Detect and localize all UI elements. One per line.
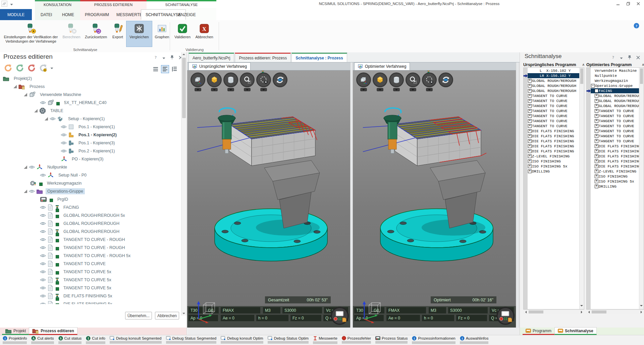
tree-item[interactable]: Setup - Kopieren(1) <box>0 115 181 123</box>
view-option-dropdown[interactable] <box>410 88 416 91</box>
nc-program-row[interactable]: +Z-LEVEL FINISHING <box>528 154 579 159</box>
ribbon-tab-datei[interactable]: DATEI <box>36 9 56 20</box>
apply-button[interactable]: Übernehm... <box>125 312 152 319</box>
expand-plus-icon[interactable]: + <box>595 164 598 168</box>
eye-icon[interactable] <box>40 173 46 177</box>
tree-item[interactable]: TABLE <box>0 107 181 115</box>
collapse-chevron-icon[interactable]: ᴧ <box>582 63 584 66</box>
context-tab-prozess-editieren[interactable]: PROZESS EDITIEREN <box>80 0 147 8</box>
nc-program-row[interactable]: +GLOBAL ROUGH/REROUGH <box>528 83 579 88</box>
eye-icon[interactable] <box>29 189 35 193</box>
layout-group-button[interactable] <box>161 65 169 73</box>
tree-item[interactable]: Setup Null - P0 <box>0 171 181 179</box>
tree-item[interactable]: TANGENT TO CURVE <box>0 260 181 268</box>
expander-icon[interactable] <box>23 93 28 97</box>
reload-green-button[interactable] <box>15 64 24 72</box>
nc-program-row[interactable]: +DRILLING <box>528 169 579 174</box>
expand-plus-icon[interactable]: + <box>528 139 532 143</box>
ribbon-tab-programm[interactable]: PROGRAMM <box>80 9 113 20</box>
tree-item[interactable]: Pos.1 - Kopieren(1) <box>0 123 181 131</box>
expand-plus-icon[interactable]: + <box>595 149 598 153</box>
tree-scrollbar[interactable] <box>181 52 186 315</box>
tree-item[interactable]: 5X_TT_HERMLE_C40 <box>0 99 181 107</box>
nc-program-row[interactable]: +TANGENT TO CURVE <box>591 113 639 118</box>
expand-plus-icon[interactable]: + <box>595 159 598 163</box>
view-option-dropdown[interactable] <box>244 88 251 91</box>
expand-plus-icon[interactable]: + <box>528 149 532 153</box>
tree-item[interactable]: DIE FLATS FINISHING 5x <box>0 292 181 300</box>
nc-program-row[interactable]: +DIE FLATS FINISHING <box>591 149 639 154</box>
zoom-button[interactable] <box>406 72 420 87</box>
expand-plus-icon[interactable]: + <box>528 119 532 123</box>
expand-plus-icon[interactable]: + <box>595 119 598 123</box>
list-horizontal-scrollbar[interactable] <box>586 309 644 314</box>
expand-plus-icon[interactable]: + <box>528 99 532 103</box>
expand-plus-icon[interactable]: + <box>595 139 598 143</box>
expand-plus-icon[interactable]: + <box>595 169 598 173</box>
expand-plus-icon[interactable]: + <box>595 99 598 103</box>
view-cylinder-button[interactable] <box>223 72 238 87</box>
nc-program-row[interactable]: +TANGENT TO CURVE <box>528 98 579 103</box>
app-logo-icon[interactable] <box>1 1 7 8</box>
nc-program-row[interactable]: +TANGENT TO CURVE <box>591 134 639 139</box>
eye-icon[interactable] <box>40 286 46 290</box>
tree-item[interactable]: Nullpunkte <box>0 163 181 171</box>
tree-item[interactable]: PrgID <box>0 195 181 203</box>
expand-plus-icon[interactable]: + <box>528 79 532 83</box>
list-vertical-scrollbar[interactable] <box>579 68 584 309</box>
expand-plus-icon[interactable]: + <box>595 144 598 148</box>
reload-red-button[interactable] <box>27 64 36 72</box>
ribbon-tab-anzeige[interactable]: ANZEIGE <box>174 9 200 20</box>
expand-plus-icon[interactable]: + <box>595 180 598 183</box>
panel-menu-button[interactable] <box>620 56 623 60</box>
nc-program-row[interactable]: +TANGENT TO CURVE <box>528 93 579 98</box>
nc-program-row[interactable]: +TANGENT TO CURVE <box>528 118 579 124</box>
bottom-tab-projekt[interactable]: Projekt <box>2 328 29 335</box>
help-icon[interactable]: ? <box>634 23 639 30</box>
expand-plus-icon[interactable]: + <box>595 124 598 128</box>
tree-item[interactable]: GLOBAL ROUGH/REROUGH <box>0 228 181 236</box>
tree-item[interactable]: DIE FLATS FINISHING 5x <box>0 300 181 304</box>
refresh-button[interactable] <box>273 72 287 87</box>
document-tab[interactable]: Schnittanalyse : Prozess <box>291 53 347 62</box>
status-item-debug-status-optim[interactable]: Debug Status Optim <box>268 336 309 345</box>
expand-plus-icon[interactable]: + <box>528 129 532 133</box>
nc-program-row[interactable]: +DIE FLATS FINISHING <box>528 139 579 144</box>
panel-pin-button[interactable] <box>628 55 632 61</box>
nc-program-row[interactable]: +GLOBAL ROUGH/REROUGH <box>591 93 639 98</box>
tree-item[interactable]: TANGENT TO CURVE 5x <box>0 268 181 276</box>
refresh-button[interactable] <box>438 72 453 87</box>
expand-plus-icon[interactable]: + <box>528 114 532 118</box>
nc-program-row[interactable]: +GLOBAL ROUGH/REROUGH <box>528 78 579 83</box>
expander-icon[interactable] <box>13 85 17 89</box>
tree-item[interactable]: GLOBAL ROUGH/REROUGH 5x <box>0 211 181 219</box>
expand-plus-icon[interactable]: + <box>528 159 532 163</box>
tree-item[interactable]: TANGENT TO CURVE - ROUGH 5x <box>0 252 181 260</box>
ribbon-button-graphen[interactable]: Graphen <box>152 21 172 47</box>
expand-plus-icon[interactable]: + <box>595 154 598 158</box>
scrollbar-thumb[interactable] <box>182 58 186 118</box>
expand-plus-icon[interactable]: + <box>595 104 598 108</box>
panel-menu-button[interactable] <box>162 56 165 60</box>
layout-list-button[interactable] <box>152 65 160 73</box>
nc-program-row[interactable]: +TANGENT TO CURVE <box>591 118 639 124</box>
expand-plus-icon[interactable]: + <box>595 185 598 188</box>
lasso-deselect-button[interactable] <box>422 72 437 87</box>
status-item-prozessinformationen[interactable]: iProzessinformationen <box>412 336 455 345</box>
document-tab[interactable]: Prozess editieren: Prozess <box>235 53 291 62</box>
layout-detail-button[interactable] <box>170 65 178 73</box>
expand-plus-icon[interactable]: + <box>528 134 532 138</box>
ribbon-button-export[interactable]: Export <box>109 21 126 47</box>
eye-icon[interactable] <box>40 101 46 105</box>
3d-viewport[interactable]: Optimiert00h 02' 16" T30G0FMAXM3S3000Vc … <box>353 70 516 328</box>
cancel-button[interactable]: Abbrechen <box>155 312 179 319</box>
tree-item[interactable]: PO - Kopieren(3) <box>0 155 181 163</box>
nc-program-row[interactable]: +GLOBAL ROUGH/REROUGH <box>591 103 639 108</box>
view-option-dropdown[interactable] <box>426 88 433 91</box>
tree-item[interactable]: TANGENT TO CURVE 5x <box>0 284 181 292</box>
nc-program-row[interactable]: +GLOBAL ROUGH/REROUGH <box>528 88 579 93</box>
nc-program-row[interactable]: +DIE FLATS FINISHING <box>591 154 639 159</box>
status-item-messwerte[interactable]: Messwerte <box>313 336 337 345</box>
expand-plus-icon[interactable]: + <box>528 84 532 88</box>
collapse-chevron-icon[interactable]: ᴧ <box>642 63 644 66</box>
